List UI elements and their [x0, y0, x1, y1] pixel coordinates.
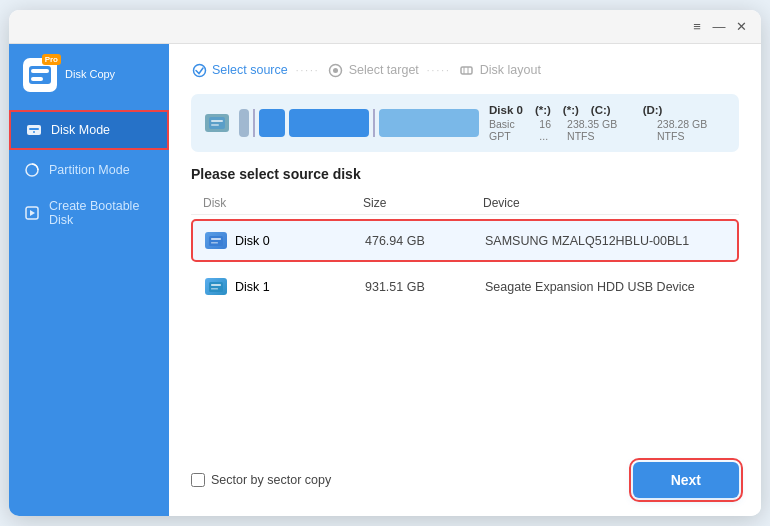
- step-select-target: Select target: [328, 62, 419, 78]
- disk-mode-label: Disk Mode: [51, 123, 110, 137]
- disk-labels-top: Disk 0 (*:) (*:) (C:) (D:): [489, 104, 725, 116]
- svg-rect-15: [209, 282, 223, 292]
- sidebar-item-disk-mode[interactable]: Disk Mode: [9, 110, 169, 150]
- disk1-device: Seagate Expansion HDD USB Device: [485, 280, 725, 294]
- svg-rect-8: [461, 67, 472, 74]
- table-row-disk1[interactable]: Disk 1 931.51 GB Seagate Expansion HDD U…: [191, 265, 739, 308]
- table-row-disk0[interactable]: Disk 0 476.94 GB SAMSUNG MZALQ512HBLU-00…: [191, 219, 739, 262]
- disk0-icon: [205, 232, 227, 249]
- sidebar-nav: Disk Mode Partition Mode: [9, 110, 169, 236]
- logo-text: Disk Copy: [65, 68, 115, 81]
- table-header: Disk Size Device: [191, 192, 739, 215]
- app-logo: Pro Disk Copy: [9, 58, 169, 110]
- disk-mode-icon: [25, 121, 43, 139]
- step-select-source: Select source: [191, 62, 288, 78]
- main-area: Pro Disk Copy Disk Mode: [9, 44, 761, 516]
- svg-rect-12: [209, 236, 223, 246]
- bar-divider-2: [373, 109, 375, 137]
- create-bootable-label: Create Bootable Disk: [49, 199, 155, 227]
- layout-icon: [459, 62, 475, 78]
- disk-sub-2: 238.35 GB NTFS: [567, 118, 635, 142]
- content-area: Select source ····· Select target ·····: [169, 44, 761, 516]
- svg-rect-16: [211, 284, 221, 286]
- disk0-device: SAMSUNG MZALQ512HBLU-00BL1: [485, 234, 725, 248]
- disk-bars: [239, 109, 479, 137]
- titlebar: ≡ — ✕: [9, 10, 761, 44]
- disk-sub-3: 238.28 GB NTFS: [657, 118, 725, 142]
- sector-copy-label: Sector by sector copy: [211, 473, 331, 487]
- disk-bar-d: [379, 109, 479, 137]
- disk-bar-c-left: [259, 109, 285, 137]
- logo-icon-inner: [29, 66, 51, 84]
- svg-rect-14: [211, 242, 218, 244]
- source-icon: [191, 62, 207, 78]
- disk-labels-bot: Basic GPT 16 ... 238.35 GB NTFS 238.28 G…: [489, 118, 725, 142]
- disk-preview: Disk 0 (*:) (*:) (C:) (D:) Basic GPT 16 …: [191, 94, 739, 152]
- sidebar-item-create-bootable[interactable]: Create Bootable Disk: [9, 190, 169, 236]
- svg-rect-10: [211, 120, 223, 122]
- svg-rect-17: [211, 288, 218, 290]
- menu-button[interactable]: ≡: [689, 19, 705, 35]
- steps-bar: Select source ····· Select target ·····: [191, 62, 739, 78]
- col-header-device: Device: [483, 196, 727, 210]
- svg-rect-1: [29, 128, 39, 130]
- disk1-name: Disk 1: [235, 280, 270, 294]
- step-disk-layout: Disk layout: [459, 62, 541, 78]
- disk1-icon: [205, 278, 227, 295]
- disk0-size: 476.94 GB: [365, 234, 485, 248]
- svg-rect-9: [209, 117, 225, 129]
- close-button[interactable]: ✕: [733, 19, 749, 35]
- sector-copy-checkbox[interactable]: [191, 473, 205, 487]
- step-dots-2: ·····: [427, 65, 451, 76]
- disk-label-c: (C:): [591, 104, 611, 116]
- svg-point-2: [33, 131, 35, 133]
- disk-preview-icon: [205, 114, 229, 132]
- bootable-icon: [23, 204, 41, 222]
- disk-label-d: (D:): [643, 104, 663, 116]
- disk1-size: 931.51 GB: [365, 280, 485, 294]
- disk-sub-1: 16 ...: [539, 118, 559, 142]
- sector-copy-option[interactable]: Sector by sector copy: [191, 473, 331, 487]
- disk-bar-c: [289, 109, 369, 137]
- bar-divider-1: [253, 109, 255, 137]
- section-title: Please select source disk: [191, 166, 739, 182]
- disk0-name-cell: Disk 0: [205, 232, 365, 249]
- main-window: ≡ — ✕ Pro Disk Copy: [9, 10, 761, 516]
- step-dots-1: ·····: [296, 65, 320, 76]
- partition-mode-label: Partition Mode: [49, 163, 130, 177]
- col-header-size: Size: [363, 196, 483, 210]
- sidebar: Pro Disk Copy Disk Mode: [9, 44, 169, 516]
- disk-bar-boot: [239, 109, 249, 137]
- footer: Sector by sector copy Next: [191, 452, 739, 498]
- svg-rect-11: [211, 124, 219, 126]
- svg-point-7: [333, 68, 338, 73]
- disk-detail: Disk 0 (*:) (*:) (C:) (D:) Basic GPT 16 …: [489, 104, 725, 142]
- disk-label-name: Disk 0: [489, 104, 523, 116]
- disk1-name-cell: Disk 1: [205, 278, 365, 295]
- logo-icon: Pro: [23, 58, 57, 92]
- disk0-name: Disk 0: [235, 234, 270, 248]
- next-button[interactable]: Next: [633, 462, 739, 498]
- pro-badge: Pro: [42, 54, 61, 65]
- minimize-button[interactable]: —: [711, 19, 727, 35]
- disk-type: Basic GPT: [489, 118, 531, 142]
- target-icon: [328, 62, 344, 78]
- disk-label-star2: (*:): [563, 104, 579, 116]
- partition-mode-icon: [23, 161, 41, 179]
- svg-rect-13: [211, 238, 221, 240]
- col-header-disk: Disk: [203, 196, 363, 210]
- disk-label-star1: (*:): [535, 104, 551, 116]
- sidebar-item-partition-mode[interactable]: Partition Mode: [9, 152, 169, 188]
